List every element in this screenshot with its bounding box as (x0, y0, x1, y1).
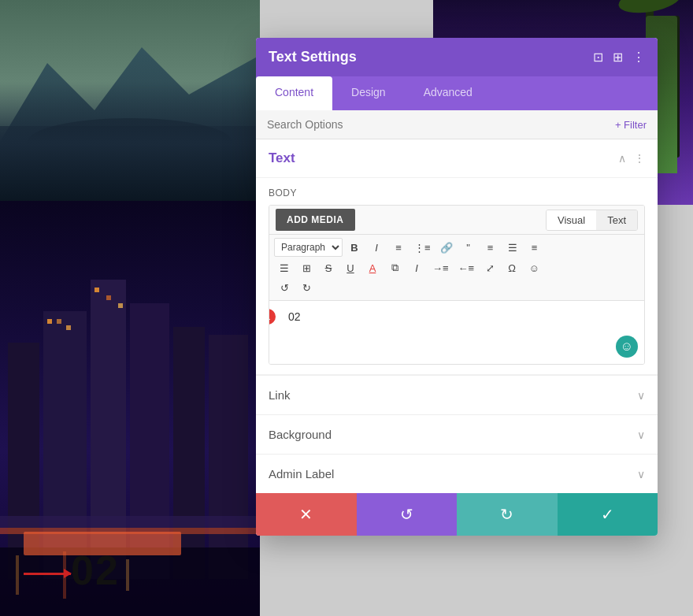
text-toggle-button[interactable]: Text (596, 210, 637, 230)
svg-rect-22 (0, 528, 260, 534)
panel-tabs: Content Design Advanced (256, 76, 658, 110)
bold-button[interactable]: B (344, 239, 365, 257)
link-button[interactable]: 🔗 (436, 239, 457, 257)
search-bar: + Filter (256, 110, 658, 139)
admin-chevron: ∨ (637, 468, 645, 481)
section-icons: ∧ ⋮ (618, 152, 645, 165)
svg-rect-24 (16, 555, 19, 595)
justify-button[interactable]: ☰ (274, 259, 295, 277)
svg-rect-0 (0, 0, 260, 205)
error-indicator: 1 (269, 309, 276, 325)
svg-rect-15 (47, 319, 52, 324)
tab-content[interactable]: Content (256, 76, 332, 110)
tab-advanced[interactable]: Advanced (405, 76, 491, 110)
svg-rect-16 (57, 319, 61, 324)
background-section[interactable]: Background ∨ (256, 414, 658, 454)
link-label: Link (269, 388, 291, 402)
editor-content[interactable]: 1 02 ☺ (269, 301, 644, 364)
editor-topbar: ADD MEDIA Visual Text (269, 206, 644, 235)
svg-rect-19 (106, 295, 111, 300)
format-button[interactable]: I (406, 259, 427, 277)
color-button[interactable]: A (362, 259, 383, 277)
italic-button[interactable]: I (366, 239, 387, 257)
body-field: Body ADD MEDIA Visual Text Paragraph (256, 178, 658, 375)
svg-rect-10 (43, 311, 87, 579)
redo-editor-button[interactable]: ↻ (296, 279, 317, 297)
bg-top-left (0, 0, 260, 205)
strikethrough-button[interactable]: S (318, 259, 339, 277)
paste-button[interactable]: ⧉ (384, 258, 405, 277)
toolbar-row-1: Paragraph B I ≡ ⋮≡ 🔗 " ≡ ☰ ≡ (274, 238, 639, 257)
section-more-icon[interactable]: ⋮ (634, 152, 645, 165)
visual-text-toggle: Visual Text (546, 210, 638, 231)
arrow (24, 573, 71, 575)
svg-rect-20 (118, 303, 123, 308)
outdent-button[interactable]: ←≡ (454, 259, 479, 277)
undo-button[interactable]: ↺ (357, 493, 458, 536)
toolbar-row-2: ☰ ⊞ S U A ⧉ I →≡ ←≡ ⤢ Ω ☺ (274, 258, 639, 277)
text-section: Text ∧ ⋮ Body ADD MEDIA Visual Text (256, 139, 658, 375)
special-chars-button[interactable]: Ω (502, 259, 522, 277)
cancel-button[interactable]: ✕ (256, 493, 357, 536)
svg-rect-12 (130, 303, 169, 579)
number-label: 02 (71, 547, 120, 594)
svg-rect-13 (173, 327, 205, 579)
smiley-icon[interactable]: ☺ (616, 336, 638, 358)
section-title: Text (269, 150, 295, 166)
tab-design[interactable]: Design (332, 76, 405, 110)
bottom-bar: ✕ ↺ ↻ ✓ (256, 493, 658, 536)
link-chevron: ∨ (637, 389, 645, 402)
bg-bottom-left (0, 201, 260, 616)
undo-editor-button[interactable]: ↺ (274, 279, 295, 297)
align-left-button[interactable]: ≡ (480, 239, 501, 257)
collapse-icon[interactable]: ∧ (618, 152, 626, 165)
panel-header: Text Settings ⊡ ⊞ ⋮ (256, 38, 658, 76)
split-view-icon[interactable]: ⊞ (613, 50, 623, 65)
svg-rect-7 (673, 16, 680, 158)
svg-rect-14 (209, 335, 248, 579)
ol-button[interactable]: ⋮≡ (410, 239, 435, 257)
align-right-button[interactable]: ≡ (524, 239, 545, 257)
redo-button[interactable]: ↻ (457, 493, 558, 536)
background-chevron: ∨ (637, 429, 645, 441)
filter-button[interactable]: + Filter (615, 119, 647, 131)
svg-point-3 (28, 118, 232, 165)
visual-toggle-button[interactable]: Visual (547, 210, 596, 230)
body-label: Body (269, 187, 645, 199)
svg-rect-23 (0, 547, 260, 616)
paragraph-select[interactable]: Paragraph (274, 238, 343, 257)
svg-rect-26 (126, 559, 129, 591)
svg-rect-18 (94, 288, 99, 292)
align-center-button[interactable]: ☰ (502, 239, 523, 257)
blockquote-button[interactable]: " (458, 239, 479, 257)
underline-button[interactable]: U (340, 259, 361, 277)
editor-toolbar: Paragraph B I ≡ ⋮≡ 🔗 " ≡ ☰ ≡ ☰ ⊞ (269, 235, 644, 301)
search-input[interactable] (267, 118, 615, 131)
admin-label-section[interactable]: Admin Label ∨ (256, 454, 658, 493)
editor-container: ADD MEDIA Visual Text Paragraph B I ≡ (269, 205, 645, 365)
link-section[interactable]: Link ∨ (256, 375, 658, 414)
emoji-button[interactable]: ☺ (524, 259, 544, 277)
background-label: Background (269, 428, 332, 441)
fullscreen-button[interactable]: ⤢ (480, 259, 500, 277)
panel-header-icons: ⊡ ⊞ ⋮ (593, 50, 645, 65)
svg-rect-2 (0, 126, 260, 205)
table-button[interactable]: ⊞ (296, 259, 317, 277)
add-media-button[interactable]: ADD MEDIA (276, 209, 355, 231)
resize-icon[interactable]: ⊡ (593, 50, 603, 65)
ul-button[interactable]: ≡ (388, 239, 409, 257)
panel-title: Text Settings (269, 49, 357, 65)
svg-rect-11 (91, 280, 126, 579)
settings-panel: Text Settings ⊡ ⊞ ⋮ Content Design Advan… (256, 38, 658, 536)
indent-button[interactable]: →≡ (428, 259, 453, 277)
toolbar-row-3: ↺ ↻ (274, 279, 639, 297)
svg-rect-9 (8, 343, 39, 579)
svg-rect-21 (0, 516, 260, 528)
save-button[interactable]: ✓ (558, 493, 658, 536)
editor-text: 02 (279, 310, 635, 323)
more-options-icon[interactable]: ⋮ (632, 50, 645, 65)
admin-label-text: Admin Label (269, 467, 334, 481)
section-header: Text ∧ ⋮ (256, 139, 658, 178)
svg-rect-17 (66, 325, 71, 330)
